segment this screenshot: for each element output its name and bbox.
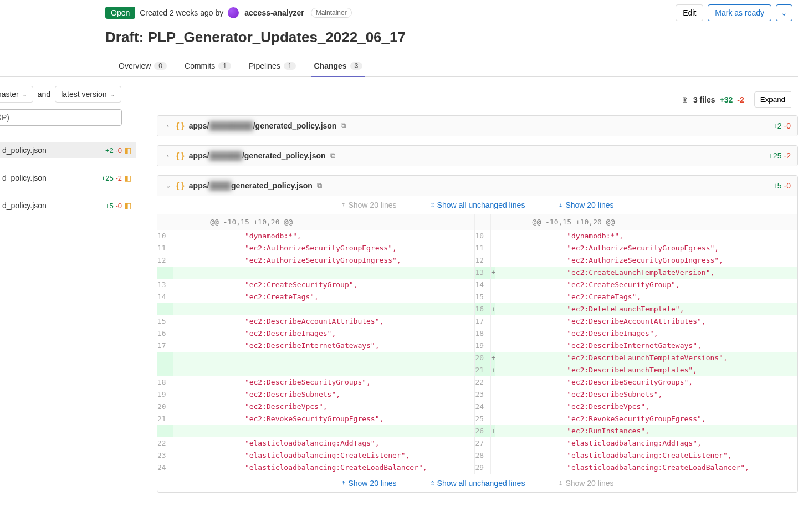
show-all-unchanged[interactable]: ⇕ Show all unchanged lines — [430, 201, 525, 209]
new-line-content: "ec2:CreateTags", — [495, 291, 797, 303]
file-header[interactable]: ⌄{ }apps/████generated_policy.json⧉+5 -0 — [157, 176, 797, 196]
new-line-number: 16 — [475, 303, 491, 315]
author-link[interactable]: access-analyzer — [244, 8, 304, 17]
tab-overview[interactable]: Overview0 — [116, 56, 169, 77]
expand-all-button[interactable]: Expand — [754, 91, 791, 108]
diff-line[interactable]: 22 "elasticloadbalancing:AddTags",27 "el… — [157, 437, 797, 449]
chevron-right-icon[interactable]: › — [164, 152, 172, 159]
diff-sign — [491, 449, 495, 462]
file-tree-item[interactable]: d_policy.json+2 -0◧ — [0, 142, 136, 158]
diff-line[interactable]: 20+ "ec2:DescribeLaunchTemplateVersions"… — [157, 352, 797, 364]
old-line-content: "elasticloadbalancing:CreateListener", — [173, 449, 475, 462]
avatar[interactable] — [228, 7, 239, 18]
copy-path-icon[interactable]: ⧉ — [341, 121, 346, 130]
show-20-above[interactable]: ⇡ Show 20 lines — [341, 479, 396, 488]
new-line-number: 15 — [475, 291, 491, 303]
diff-line[interactable]: 21+ "ec2:DescribeLaunchTemplates", — [157, 364, 797, 376]
diff-line[interactable]: 24 "elasticloadbalancing:CreateLoadBalan… — [157, 462, 797, 474]
additions: +2 — [105, 146, 114, 155]
diff-line[interactable]: 10 "dynamodb:*",10 "dynamodb:*", — [157, 230, 797, 242]
old-line-content: "ec2:DescribeAccountAttributes", — [173, 315, 475, 328]
diff-line[interactable]: 13+ "ec2:CreateLaunchTemplateVersion", — [157, 267, 797, 279]
old-line-content: "dynamodb:*", — [173, 230, 475, 242]
new-line-content: "elasticloadbalancing:CreateListener", — [495, 449, 797, 462]
new-line-number: 24 — [475, 401, 491, 413]
compare-version-select[interactable]: latest version ⌄ — [55, 86, 121, 103]
actions-dropdown[interactable]: ⌄ — [776, 4, 792, 21]
old-line-content: "ec2:DescribeImages", — [173, 328, 475, 340]
diff-line[interactable]: 18 "ec2:DescribeSecurityGroups",22 "ec2:… — [157, 376, 797, 388]
diff-line[interactable]: 16+ "ec2:DeleteLaunchTemplate", — [157, 303, 797, 315]
old-line-number: 20 — [157, 401, 173, 413]
old-line-content: "ec2:DescribeSubnets", — [173, 388, 475, 401]
copy-path-icon[interactable]: ⧉ — [317, 181, 322, 190]
chevron-down-icon[interactable]: ⌄ — [164, 182, 172, 190]
old-line-content: "ec2:DescribeSecurityGroups", — [173, 376, 475, 388]
copy-path-icon[interactable]: ⧉ — [330, 151, 335, 160]
old-line-number: 14 — [157, 291, 173, 303]
file-header[interactable]: ›{ }apps/██████/generated_policy.json⧉+2… — [157, 146, 797, 166]
diff-line[interactable]: 14 "ec2:CreateTags",15 "ec2:CreateTags", — [157, 291, 797, 303]
diff-line[interactable]: 11 "ec2:AuthorizeSecurityGroupEgress",11… — [157, 242, 797, 254]
tab-commits[interactable]: Commits1 — [182, 56, 233, 77]
file-tree-item[interactable]: d_policy.json+25 -2◧ — [0, 170, 136, 186]
diff-line[interactable]: 23 "elasticloadbalancing:CreateListener"… — [157, 449, 797, 462]
diff-line[interactable]: 13 "ec2:CreateSecurityGroup",14 "ec2:Cre… — [157, 279, 797, 291]
old-line-content — [173, 352, 475, 364]
file-filter-input[interactable] — [0, 109, 122, 126]
old-line-number: 15 — [157, 315, 173, 328]
chevron-right-icon[interactable]: › — [164, 122, 172, 129]
new-line-content: "elasticloadbalancing:CreateLoadBalancer… — [495, 462, 797, 474]
mark-as-ready-button[interactable]: Mark as ready — [708, 4, 771, 21]
summary-additions: +32 — [720, 95, 733, 104]
diff-line[interactable]: 16 "ec2:DescribeImages",18 "ec2:Describe… — [157, 328, 797, 340]
file-path[interactable]: apps/██████/generated_policy.json — [189, 151, 326, 160]
base-branch-select[interactable]: master ⌄ — [0, 86, 33, 103]
file-path[interactable]: apps/████generated_policy.json — [189, 181, 313, 190]
show-all-unchanged[interactable]: ⇕ Show all unchanged lines — [430, 479, 525, 488]
old-line-number: 13 — [157, 279, 173, 291]
diff-line[interactable]: 19 "ec2:DescribeSubnets",23 "ec2:Describ… — [157, 388, 797, 401]
diff-line[interactable]: 21 "ec2:RevokeSecurityGroupEgress",25 "e… — [157, 413, 797, 425]
new-line-content: "ec2:DescribeSecurityGroups", — [495, 376, 797, 388]
new-line-content: "ec2:AuthorizeSecurityGroupEgress", — [495, 242, 797, 254]
file-tree-item[interactable]: d_policy.json+5 -0◧ — [0, 198, 136, 213]
diff-sign — [491, 254, 495, 267]
old-line-number — [157, 364, 173, 376]
old-line-content: "ec2:AuthorizeSecurityGroupEgress", — [173, 242, 475, 254]
expand-down-icon: ⇣ — [558, 202, 563, 209]
diff-line[interactable]: 26+ "ec2:RunInstances", — [157, 425, 797, 437]
old-line-number — [157, 303, 173, 315]
old-line-number: 19 — [157, 388, 173, 401]
deletions: -0 — [115, 202, 122, 210]
new-line-number: 21 — [475, 364, 491, 376]
diff-line[interactable]: 17 "ec2:DescribeInternetGateways",19 "ec… — [157, 340, 797, 352]
new-line-content: "dynamodb:*", — [495, 230, 797, 242]
show-20-below[interactable]: ⇣ Show 20 lines — [558, 201, 613, 209]
new-line-content: "ec2:CreateSecurityGroup", — [495, 279, 797, 291]
diff-sign — [491, 315, 495, 328]
diff-sign — [491, 462, 495, 474]
diff-line[interactable]: 20 "ec2:DescribeVpcs",24 "ec2:DescribeVp… — [157, 401, 797, 413]
edit-button[interactable]: Edit — [676, 4, 703, 21]
new-line-number: 25 — [475, 413, 491, 425]
diff-sign — [491, 401, 495, 413]
old-line-number — [157, 352, 173, 364]
file-path[interactable]: apps/████████/generated_policy.json — [189, 121, 337, 130]
file-name: d_policy.json — [2, 146, 103, 155]
diff-line[interactable]: 12 "ec2:AuthorizeSecurityGroupIngress",1… — [157, 254, 797, 267]
created-text: Created 2 weeks ago by — [140, 8, 223, 17]
file-header[interactable]: ›{ }apps/████████/generated_policy.json⧉… — [157, 116, 797, 136]
tab-changes[interactable]: Changes3 — [311, 56, 365, 77]
modified-icon: ◧ — [124, 201, 131, 210]
tab-pipelines[interactable]: Pipelines1 — [247, 56, 299, 77]
old-line-number: 17 — [157, 340, 173, 352]
page-title: Draft: PLP_Generator_Updates_2022_06_17 — [0, 21, 798, 56]
new-line-number: 14 — [475, 279, 491, 291]
new-line-number: 11 — [475, 242, 491, 254]
old-line-number: 18 — [157, 376, 173, 388]
diff-line[interactable]: 15 "ec2:DescribeAccountAttributes",17 "e… — [157, 315, 797, 328]
show-20-below: ⇣ Show 20 lines — [558, 479, 613, 488]
new-line-number: 29 — [475, 462, 491, 474]
diff-sign — [491, 437, 495, 449]
